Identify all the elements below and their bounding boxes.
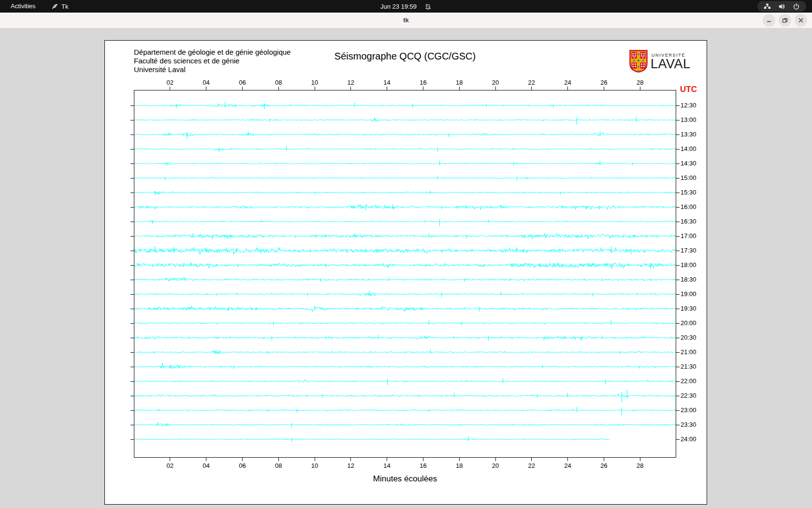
x-tick-label-top: 16 xyxy=(416,79,430,86)
y-tick-left xyxy=(130,396,134,396)
y-tick-label-utc: 14:00 xyxy=(681,145,696,152)
x-tick-top xyxy=(242,87,243,90)
y-tick-label-utc: 20:00 xyxy=(681,319,696,327)
y-tick-right xyxy=(676,439,680,440)
y-tick-left xyxy=(130,439,134,440)
x-tick-bottom xyxy=(567,458,568,461)
y-tick-left xyxy=(130,120,134,120)
x-tick-label-bottom: 10 xyxy=(307,462,322,469)
y-tick-label-utc: 23:00 xyxy=(681,406,696,414)
y-tick-right xyxy=(676,410,680,411)
y-tick-label-utc: 20:30 xyxy=(681,334,696,341)
clock[interactable]: Jun 23 19:59 xyxy=(380,3,417,10)
y-tick-left xyxy=(130,164,134,164)
chart-title: Séismographe QCQ (CGC/GSC) xyxy=(134,51,676,62)
y-tick-left xyxy=(130,222,134,222)
laval-crest-icon xyxy=(629,66,648,74)
x-tick-bottom xyxy=(640,458,640,461)
y-tick-right xyxy=(676,251,680,251)
x-tick-label-top: 02 xyxy=(163,79,177,86)
x-tick-label-top: 28 xyxy=(633,79,647,86)
x-tick-bottom xyxy=(350,458,351,461)
bell-slash-icon xyxy=(424,3,432,10)
minimize-button[interactable] xyxy=(763,14,775,27)
y-tick-right xyxy=(676,178,680,179)
y-tick-left xyxy=(130,280,134,280)
x-tick-label-bottom: 06 xyxy=(235,462,249,469)
y-tick-left xyxy=(130,149,134,149)
x-tick-bottom xyxy=(278,458,279,461)
x-tick-label-bottom: 08 xyxy=(271,462,286,469)
power-icon xyxy=(793,3,800,10)
y-tick-left xyxy=(130,193,134,193)
x-tick-top xyxy=(459,87,460,90)
window-title-bar: tk xyxy=(0,13,812,29)
y-tick-label-utc: 15:30 xyxy=(681,189,696,196)
x-tick-bottom xyxy=(170,458,170,461)
y-tick-left xyxy=(130,338,134,338)
x-tick-top xyxy=(423,87,423,90)
activities-button[interactable]: Activities xyxy=(9,0,37,13)
window-title: tk xyxy=(0,13,812,28)
y-tick-left xyxy=(130,381,134,382)
y-tick-left xyxy=(130,425,134,425)
y-tick-left xyxy=(130,309,134,309)
y-tick-left xyxy=(130,367,134,367)
y-tick-right xyxy=(676,323,680,324)
x-tick-bottom xyxy=(495,458,496,461)
x-tick-bottom xyxy=(315,458,315,461)
network-icon xyxy=(764,3,771,10)
y-tick-right xyxy=(676,425,680,425)
x-tick-top xyxy=(315,87,315,90)
x-tick-label-bottom: 16 xyxy=(416,462,430,469)
y-tick-right xyxy=(676,105,680,106)
y-tick-right xyxy=(676,222,680,222)
y-tick-right xyxy=(676,294,680,295)
x-tick-top xyxy=(531,87,532,90)
x-tick-top xyxy=(640,87,640,90)
y-tick-left xyxy=(130,410,134,411)
y-tick-right xyxy=(676,149,680,149)
x-tick-label-bottom: 02 xyxy=(163,462,177,469)
y-tick-left xyxy=(130,105,134,106)
y-tick-label-utc: 22:00 xyxy=(681,377,696,385)
y-tick-right xyxy=(676,309,680,309)
x-tick-label-bottom: 04 xyxy=(199,462,214,469)
y-tick-label-utc: 16:30 xyxy=(681,218,696,225)
institution-line-3: Université Laval xyxy=(134,65,290,74)
y-tick-label-utc: 15:00 xyxy=(681,174,696,181)
y-tick-left xyxy=(130,178,134,179)
tk-window-body: Département de géologie et de génie géol… xyxy=(0,29,812,508)
x-tick-label-bottom: 26 xyxy=(596,462,611,469)
y-tick-label-utc: 16:00 xyxy=(681,203,696,210)
y-tick-label-utc: 22:30 xyxy=(681,392,696,399)
close-button[interactable] xyxy=(795,14,807,27)
y-tick-label-utc: 18:30 xyxy=(681,276,696,283)
x-tick-bottom xyxy=(242,458,243,461)
utc-axis-title: UTC xyxy=(680,85,697,94)
x-tick-label-top: 08 xyxy=(271,79,286,86)
y-tick-right xyxy=(676,265,680,266)
y-tick-label-utc: 14:30 xyxy=(681,160,696,167)
x-tick-label-top: 24 xyxy=(561,79,575,86)
x-axis-title: Minutes écoulées xyxy=(134,474,676,484)
x-tick-bottom xyxy=(387,458,387,461)
y-tick-label-utc: 18:00 xyxy=(681,261,696,269)
y-tick-left xyxy=(130,265,134,266)
x-tick-label-top: 22 xyxy=(524,79,539,86)
y-tick-left xyxy=(130,134,134,135)
system-tray[interactable] xyxy=(757,1,806,12)
y-tick-right xyxy=(676,236,680,237)
x-tick-top xyxy=(170,87,170,90)
y-tick-label-utc: 12:30 xyxy=(681,102,696,109)
y-tick-left xyxy=(130,323,134,324)
y-tick-label-utc: 17:00 xyxy=(681,232,696,239)
volume-icon xyxy=(778,3,785,10)
y-tick-right xyxy=(676,193,680,193)
y-tick-right xyxy=(676,367,680,367)
y-tick-label-utc: 13:00 xyxy=(681,116,696,123)
x-tick-top xyxy=(278,87,279,90)
maximize-button[interactable] xyxy=(779,14,791,27)
x-tick-label-top: 12 xyxy=(344,79,358,86)
app-indicator-tk[interactable]: Tk xyxy=(51,0,68,13)
